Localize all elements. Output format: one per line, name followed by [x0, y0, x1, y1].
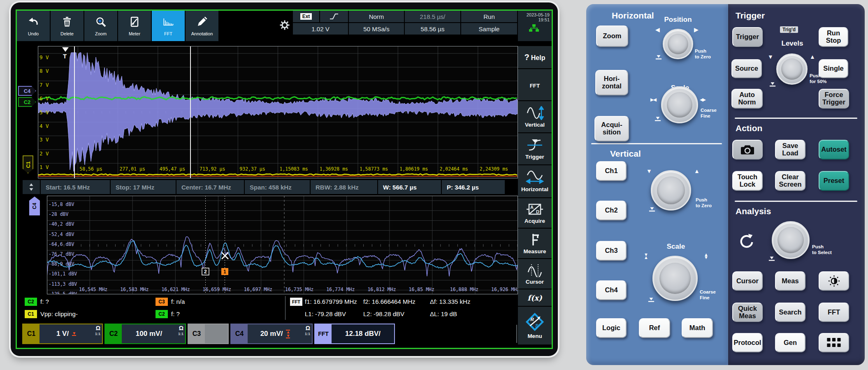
fft-info-segment[interactable]: Start: 16.5 MHz	[41, 180, 110, 194]
channel-cell-c2[interactable]: C2100 mV/Ω1:1	[104, 324, 186, 344]
impedance-symbol: Ω	[305, 325, 310, 331]
run-stop-button[interactable]: Run Stop	[819, 27, 848, 47]
frequency-axis-label: 16,545 MHz	[79, 287, 107, 292]
channel-cell-c4[interactable]: C420 mV/▲▼Ω1:1	[230, 324, 313, 344]
search-button[interactable]: Search	[775, 303, 805, 322]
fft-info-segment[interactable]: Stop: 17 MHz	[111, 180, 176, 194]
fft-plot[interactable]: 21-15,8 dBV-28 dBV-40,2 dBV-52,4 dBV-64,…	[47, 196, 518, 294]
channel-scale-text: 12.18 dBV/	[345, 330, 381, 338]
fft-info-segment[interactable]: P: 346.2 µs	[442, 180, 505, 194]
trigger-slope-cell[interactable]	[320, 11, 348, 22]
zoom-button-label: Zoom	[95, 31, 107, 36]
fft-info-segment[interactable]: Span: 458 kHz	[245, 180, 310, 194]
channel1-marker[interactable]: C1	[23, 155, 33, 173]
channel-cell-fft[interactable]: FFT12.18 dBV/	[314, 324, 395, 344]
vertical-position-knob[interactable]	[651, 170, 691, 210]
acquisition-button[interactable]: Acqui- sition	[594, 116, 629, 141]
sample-rate-cell[interactable]: 50 MSa/s	[349, 23, 404, 35]
channel-cell-c1[interactable]: C11 V/▼Ω1:1	[22, 324, 103, 344]
channel2-marker[interactable]: C2	[18, 97, 36, 107]
fft-channel4-marker[interactable]: C4	[29, 197, 40, 215]
analysis-select-knob[interactable]	[772, 221, 810, 259]
horizontal-position-cell[interactable]: 58.56 µs	[405, 23, 460, 35]
sidebar-item-cursor[interactable]: Cursor	[518, 259, 552, 289]
gen-button[interactable]: Gen	[775, 333, 805, 352]
channel-cell-c3[interactable]: C3	[188, 324, 229, 344]
measurement-value: f: ?	[40, 298, 49, 305]
ref-button[interactable]: Ref	[639, 318, 670, 338]
fft-bar-collapse-control[interactable]	[23, 180, 40, 194]
protocol-button[interactable]: Protocol	[732, 333, 763, 352]
zoom-button[interactable]: Zoom	[596, 25, 628, 47]
camera-button[interactable]	[732, 140, 763, 160]
meter-button[interactable]: Meter	[118, 11, 151, 41]
trigger-button[interactable]: Trigger	[732, 27, 763, 47]
quick-meas-button[interactable]: Quick Meas	[732, 303, 763, 322]
intensity-button[interactable]	[819, 271, 849, 291]
fft-info-segment[interactable]: RBW: 2.88 kHz	[311, 180, 377, 194]
vertical-scale-knob[interactable]	[652, 256, 698, 301]
cursor-button[interactable]: Cursor	[732, 271, 763, 291]
horizontal-button[interactable]: Hori- zontal	[595, 70, 628, 95]
cursor1-flag-label: 1	[223, 269, 226, 275]
meter-icon	[129, 16, 140, 29]
frequency-axis-label: 16,85 MHz	[409, 287, 434, 292]
waveform-plot[interactable]: T9 V8 V7 V6 V5 V4 V3 V2 V1 V0 V58,56 µs2…	[38, 46, 518, 178]
sidebar-item-trigger[interactable]: Trigger	[518, 133, 552, 164]
up-down-arrows-icon	[28, 183, 34, 192]
logic-button[interactable]: Logic	[596, 318, 627, 338]
undo-button[interactable]: Undo	[17, 11, 50, 41]
knob-base-icon	[655, 54, 662, 62]
ch2-button[interactable]: Ch2	[596, 201, 627, 220]
force-trigger-button[interactable]: Force Trigger	[819, 89, 849, 109]
divider	[591, 143, 722, 144]
preset-button[interactable]: Preset	[819, 171, 849, 191]
delete-button[interactable]: Delete	[51, 11, 84, 41]
zoom-button[interactable]: Zoom	[84, 11, 117, 41]
sidebar-item-menu[interactable]: RSMenu	[518, 307, 552, 345]
acquisition-state-cell[interactable]: Run	[461, 11, 517, 22]
meas-button[interactable]: Meas	[775, 271, 805, 291]
acquisition-mode-cell[interactable]: Sample	[461, 23, 517, 35]
timebase-cell[interactable]: 218.5 µs/	[405, 11, 460, 22]
autoset-button[interactable]: Autoset	[819, 140, 849, 160]
source-button[interactable]: Source	[731, 59, 762, 78]
clear-screen-button[interactable]: Clear Screen	[775, 171, 805, 191]
single-button[interactable]: Single	[819, 59, 848, 78]
sidebar-item-measure[interactable]: Measure	[518, 229, 552, 258]
sidebar-item-fft[interactable]: FFT	[518, 69, 552, 100]
fft-info-segment[interactable]: Center: 16.7 MHz	[176, 180, 244, 194]
fft-button[interactable]: FFT	[819, 303, 849, 322]
sidebar-item-acquire[interactable]: ADAcquire	[518, 198, 552, 228]
fft-info-segment[interactable]: W: 566.7 µs	[378, 180, 441, 194]
frequency-axis-label: 16,659 MHz	[203, 287, 231, 292]
fft-icon	[162, 16, 174, 29]
ch3-button[interactable]: Ch3	[596, 241, 627, 261]
fft-button[interactable]: FFT	[152, 11, 185, 41]
sidebar-item-help[interactable]: ?Help	[518, 46, 552, 68]
horizontal-position-knob[interactable]	[663, 29, 693, 59]
datetime-display[interactable]: 2023-05-19 19:51	[518, 11, 552, 41]
touch-lock-button[interactable]: Touch Lock	[732, 171, 763, 191]
horizontal-scale-knob[interactable]	[661, 86, 698, 123]
trigger-source-cell[interactable]: Ext	[293, 11, 319, 22]
cursor-icon	[526, 263, 544, 277]
trigger-mode-cell[interactable]: Norm	[349, 11, 404, 22]
rotate-up-icon: ▲	[694, 168, 700, 174]
auto-norm-button[interactable]: Auto Norm	[731, 89, 763, 109]
trigger-levels-knob[interactable]	[776, 53, 808, 85]
vertical-position-knob-hint: Push to Zero	[696, 197, 712, 209]
trigger-level-cell[interactable]: 1.02 V	[293, 23, 348, 35]
time-axis-label: 1,15083 ms	[280, 166, 308, 172]
ch1-button[interactable]: Ch1	[596, 161, 627, 181]
save-load-button[interactable]: Save Load	[775, 140, 805, 160]
math-button[interactable]: Math	[682, 318, 713, 338]
sidebar-item-vertical[interactable]: Vertical	[518, 101, 552, 132]
settings-gear-icon[interactable]	[279, 20, 290, 30]
sidebar-item-horizontal[interactable]: Horizontal	[518, 165, 552, 197]
channel4-marker[interactable]: C4	[18, 86, 36, 96]
ch4-button[interactable]: Ch4	[596, 280, 627, 300]
annotation-button[interactable]: Annotation	[186, 11, 218, 41]
apps-button[interactable]	[819, 333, 849, 352]
sidebar-item-fx[interactable]: f(x)	[518, 289, 552, 306]
